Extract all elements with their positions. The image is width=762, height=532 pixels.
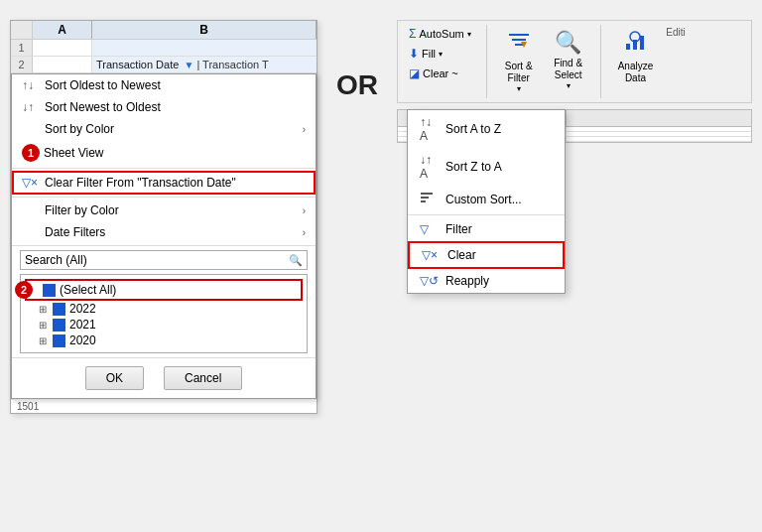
- divider-1: [12, 168, 316, 169]
- cb-2021[interactable]: [53, 319, 65, 332]
- fill-arrow: ▾: [439, 50, 443, 59]
- clear-label: Clear ~: [423, 67, 458, 79]
- divider-3: [12, 245, 316, 246]
- svg-rect-8: [421, 193, 433, 195]
- analyze-data-icon: [623, 30, 647, 59]
- badge-1: 1: [22, 144, 40, 162]
- tree-item-2020[interactable]: ⊞ 2020: [25, 332, 303, 348]
- clear-btn[interactable]: ◪ Clear ~: [404, 65, 476, 82]
- cm-custom-sort[interactable]: Custom Sort...: [408, 186, 565, 212]
- expander-2020: ⊞: [39, 335, 53, 346]
- filter-by-color-label: Filter by Color: [45, 203, 303, 217]
- sheet-view-label: Sheet View: [44, 146, 306, 160]
- clear-eraser-icon: ◪: [409, 66, 420, 80]
- autosum-arrow: ▾: [467, 30, 471, 39]
- sort-oldest-newest-label: Sort Oldest to Newest: [45, 78, 306, 92]
- clear-filter-item[interactable]: ▽× Clear Filter From "Transaction Date": [12, 171, 316, 195]
- row-number-header: [11, 21, 33, 39]
- row-2: 2 Transaction Date ▼ | Transaction T: [11, 57, 317, 73]
- cm-reapply[interactable]: ▽↺ Reapply: [408, 269, 565, 293]
- row-1: 1: [11, 40, 317, 57]
- clear-icon: ▽×: [422, 248, 442, 262]
- clear-filter-label: Clear Filter From "Transaction Date": [45, 176, 306, 190]
- cb-2020[interactable]: [53, 334, 65, 347]
- filter-by-color-item[interactable]: Filter by Color ›: [12, 200, 316, 221]
- right-context-menu: ↑↓ A Sort A to Z ↓↑ A Sort Z to A Custom…: [407, 109, 566, 294]
- analyze-data-btn[interactable]: AnalyzeData: [611, 25, 661, 89]
- date-filters-label: Date Filters: [45, 225, 303, 239]
- custom-sort-icon: [420, 191, 440, 207]
- cm-sort-az-label: Sort A to Z: [445, 122, 501, 136]
- find-select-arrow: ▾: [567, 81, 571, 90]
- cm-custom-sort-label: Custom Sort...: [445, 193, 522, 206]
- badge-2: 2: [15, 281, 33, 299]
- tree-item-2022[interactable]: ⊞ 2022: [25, 301, 303, 317]
- cm-divider-1: [408, 214, 565, 215]
- col-b-header: B: [92, 21, 317, 39]
- cm-sort-za-label: Sort Z to A: [445, 160, 502, 174]
- cm-filter[interactable]: ▽ Filter: [408, 217, 565, 241]
- find-select-icon: 🔍: [555, 30, 581, 56]
- find-select-btn[interactable]: 🔍 Find &Select ▾: [547, 25, 590, 95]
- sort-asc-icon: ↑↓: [22, 78, 40, 92]
- cm-clear[interactable]: ▽× Clear: [408, 241, 565, 269]
- sort-oldest-newest-item[interactable]: ↑↓ Sort Oldest to Newest: [12, 74, 316, 96]
- row-2-cell-a: [33, 57, 92, 72]
- autosum-btn[interactable]: Σ AutoSum ▾: [404, 25, 476, 43]
- filter-dropdown-menu: ↑↓ Sort Oldest to Newest ↓↑ Sort Newest …: [11, 73, 317, 399]
- transaction-date-cell: Transaction Date: [96, 59, 179, 70]
- reapply-icon: ▽↺: [420, 274, 440, 288]
- analyze-data-label: AnalyzeData: [618, 61, 654, 84]
- autosum-label: AutoSum: [419, 28, 463, 40]
- cm-reapply-label: Reapply: [445, 274, 489, 288]
- sort-by-color-label: Sort by Color: [45, 122, 303, 136]
- sort-by-color-item[interactable]: Sort by Color ›: [12, 118, 316, 140]
- filter-icon: ▽: [420, 222, 440, 236]
- select-all-checkbox[interactable]: [43, 284, 56, 297]
- sort-filter-label: Sort &Filter: [505, 61, 533, 84]
- cm-sort-za[interactable]: ↓↑ A Sort Z to A: [408, 148, 565, 186]
- autosum-group: Σ AutoSum ▾ ⬇ Fill ▾ ◪ Clear ~: [404, 25, 476, 82]
- clear-filter-icon: ▽×: [22, 176, 40, 190]
- search-container: 🔍: [20, 250, 308, 270]
- fill-btn[interactable]: ⬇ Fill ▾: [404, 45, 476, 63]
- dialog-buttons: OK Cancel: [12, 357, 316, 398]
- sort-filter-arrow: ▾: [517, 84, 521, 93]
- sort-filter-btn[interactable]: Sort &Filter ▾: [497, 25, 541, 98]
- svg-rect-4: [626, 44, 630, 50]
- select-all-row[interactable]: 2 (Select All): [25, 279, 303, 301]
- ribbon-toolbar: Σ AutoSum ▾ ⬇ Fill ▾ ◪ Clear ~: [397, 20, 752, 103]
- row-1-cell-b: [92, 40, 317, 56]
- ok-button[interactable]: OK: [85, 366, 144, 390]
- row-2-num: 2: [11, 57, 33, 72]
- col-a-header: A: [33, 21, 92, 39]
- cb-2022[interactable]: [53, 303, 65, 316]
- or-divider: OR: [318, 10, 397, 101]
- label-2020: 2020: [69, 333, 96, 347]
- spreadsheet-header: A B: [11, 21, 317, 40]
- label-2022: 2022: [69, 302, 96, 316]
- col-b-text: | Transaction T: [196, 59, 268, 70]
- sheet-view-item[interactable]: 1 Sheet View: [12, 140, 316, 166]
- bottom-row-indicator: 1501: [11, 399, 317, 413]
- label-2021: 2021: [69, 318, 96, 332]
- date-filters-arrow: ›: [303, 227, 306, 238]
- tree-item-2021[interactable]: ⊞ 2021: [25, 317, 303, 332]
- search-input[interactable]: [25, 253, 289, 267]
- sort-az-icon: ↑↓ A: [420, 115, 440, 143]
- cancel-button[interactable]: Cancel: [164, 366, 242, 390]
- fill-icon: ⬇: [409, 47, 419, 61]
- search-icon: 🔍: [289, 254, 303, 267]
- autosum-icon: Σ: [409, 27, 416, 41]
- svg-rect-2: [515, 44, 523, 46]
- filter-color-arrow: ›: [303, 205, 306, 216]
- cm-sort-az[interactable]: ↑↓ A Sort A to Z: [408, 110, 565, 148]
- ribbon-div-2: [600, 25, 601, 98]
- row-1-num: 1: [11, 40, 33, 56]
- sort-newest-oldest-label: Sort Newest to Oldest: [45, 100, 306, 114]
- sort-newest-oldest-item[interactable]: ↓↑ Sort Newest to Oldest: [12, 96, 316, 118]
- date-filters-item[interactable]: Date Filters ›: [12, 221, 316, 243]
- row-1-cell-a: [33, 40, 92, 56]
- sort-color-arrow: ›: [303, 124, 306, 135]
- expander-2022: ⊞: [39, 304, 53, 315]
